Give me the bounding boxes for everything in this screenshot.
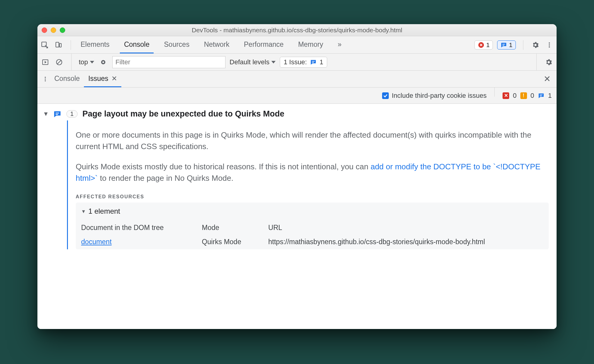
svg-rect-18 [540,94,542,95]
tab-sources[interactable]: Sources [160,36,193,53]
svg-point-6 [549,42,550,43]
resource-url: https://mathiasbynens.github.io/css-dbg-… [268,236,543,249]
warning-icon: ! [520,92,527,99]
context-selector[interactable]: top [79,58,94,66]
console-toolbar: top Default levels 1 Issue: 1 [37,54,557,71]
close-window-button[interactable] [42,27,47,33]
settings-icon[interactable] [531,40,540,50]
inspect-element-icon[interactable] [40,40,50,50]
svg-point-8 [549,46,550,47]
message-icon [53,110,62,118]
affected-count: 1 element [88,206,120,217]
svg-rect-14 [312,62,314,63]
divider [523,40,523,50]
resource-document-link[interactable]: document [81,238,112,246]
tab-performance[interactable]: Performance [240,36,288,53]
svg-rect-21 [56,114,58,115]
divider [71,54,72,70]
divider [536,54,537,70]
col-document: Document in the DOM tree [81,221,196,236]
titlebar: DevTools - mathiasbynens.github.io/css-d… [37,24,557,36]
filter-input[interactable] [112,56,225,68]
error-count: 0 [513,92,516,100]
affected-resources-box: ▼ 1 element Document in the DOM tree Mod… [76,203,549,249]
drawer-tab-issues-label: Issues [88,75,108,83]
include-third-party-label: Include third-party cookie issues [392,92,487,100]
chevron-down-icon: ▼ [81,208,86,215]
clear-console-icon[interactable] [54,57,64,67]
svg-point-7 [549,44,550,45]
svg-point-16 [45,78,46,80]
device-toggle-icon[interactable] [54,40,63,50]
chevron-down-icon [271,61,276,64]
svg-rect-19 [540,96,541,96]
issues-pill-count: 1 [320,58,323,66]
issue-occurrence-count: 1 [66,110,78,118]
main-tabbar: Elements Console Sources Network Perform… [37,36,557,54]
divider [71,40,71,50]
close-icon[interactable]: ✕ [111,75,117,83]
svg-point-12 [102,61,104,63]
svg-rect-5 [503,45,504,46]
affected-resources-heading: AFFECTED RESOURCES [76,193,549,200]
resources-table: Document in the DOM tree Mode URL docume… [81,221,543,250]
tab-memory[interactable]: Memory [294,36,327,53]
warning-count: 0 [531,92,534,100]
drawer-kebab-icon[interactable] [40,74,50,84]
expand-caret-icon[interactable]: ▼ [43,109,49,117]
drawer-tab-console[interactable]: Console [50,71,84,87]
svg-rect-20 [56,113,59,113]
include-third-party-checkbox[interactable]: Include third-party cookie issues [382,92,487,100]
toggle-sidebar-icon[interactable] [40,57,50,67]
message-icon [538,92,544,99]
live-expressions-icon[interactable] [98,57,108,67]
issue-paragraph: Quirks Mode exists mostly due to histori… [76,161,549,184]
svg-rect-1 [56,42,59,47]
svg-point-15 [45,77,46,78]
issue-counts: ✕0 !0 1 [503,92,552,100]
col-mode: Mode [202,221,262,236]
affected-resources-expander[interactable]: ▼ 1 element [81,206,543,217]
minimize-window-button[interactable] [51,27,56,33]
errors-badge[interactable]: 1 [474,40,493,49]
levels-label: Default levels [230,58,270,66]
tab-console[interactable]: Console [120,36,154,53]
issues-badge[interactable]: 1 [497,40,516,49]
svg-rect-4 [503,44,505,44]
issues-pill[interactable]: 1 Issue: 1 [280,57,327,68]
tab-elements[interactable]: Elements [76,36,114,53]
levels-selector[interactable]: Default levels [230,58,276,66]
info-count: 1 [548,92,552,100]
window-controls [42,27,65,33]
issues-toolbar: Include third-party cookie issues ✕0 !0 … [37,88,557,104]
divider [494,88,495,97]
errors-count: 1 [486,41,490,49]
issue-description: One or more documents in this page is in… [76,120,551,249]
context-label: top [79,58,88,66]
devtools-window: DevTools - mathiasbynens.github.io/css-d… [37,24,557,329]
error-icon: ✕ [503,92,509,99]
svg-rect-2 [59,43,61,47]
window-title: DevTools - mathiasbynens.github.io/css-d… [42,27,552,34]
col-url: URL [268,221,543,236]
svg-point-17 [45,80,46,81]
kebab-menu-icon[interactable] [544,40,554,50]
console-settings-icon[interactable] [544,57,554,67]
issues-content: ▼ 1 Page layout may be unexpected due to… [37,104,557,329]
issue-item: ▼ 1 Page layout may be unexpected due to… [43,109,551,249]
issue-title: Page layout may be unexpected due to Qui… [82,109,284,119]
checkbox-checked-icon [382,92,389,99]
resource-mode: Quirks Mode [202,236,262,249]
tab-network[interactable]: Network [200,36,234,53]
drawer-tab-issues[interactable]: Issues ✕ [84,71,121,87]
issue-paragraph: One or more documents in this page is in… [76,129,549,152]
maximize-window-button[interactable] [60,27,65,33]
issues-pill-label: 1 Issue: [284,58,307,66]
drawer-close-icon[interactable]: ✕ [541,74,554,84]
message-icon [310,59,317,65]
svg-rect-13 [312,61,315,62]
tab-overflow[interactable]: » [334,36,346,53]
drawer-tabbar: Console Issues ✕ ✕ [37,71,557,88]
chevron-down-icon [90,61,94,64]
issues-count: 1 [509,41,513,49]
